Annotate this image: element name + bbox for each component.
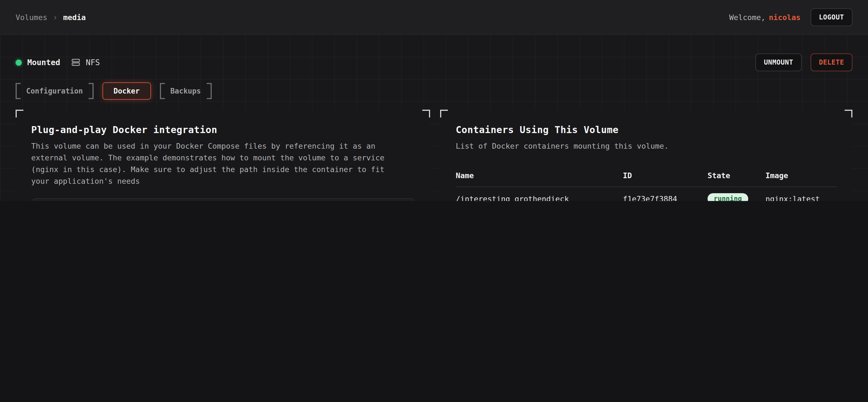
docker-integration-panel: Plug-and-play Docker integration This vo… xyxy=(16,110,430,201)
compose-code-header: docker-compose.yml Copy xyxy=(32,199,414,201)
status-row: Mounted NFS UNMOUNT DELETE xyxy=(16,54,852,71)
panel-corner-icon xyxy=(16,110,23,118)
column-header-image: Image xyxy=(766,165,837,187)
breadcrumb-volumes-link[interactable]: Volumes xyxy=(16,12,48,22)
breadcrumb-current: media xyxy=(63,12,86,22)
status-actions: UNMOUNT DELETE xyxy=(755,54,852,71)
containers-panel: Containers Using This Volume List of Doc… xyxy=(440,110,852,201)
tab-configuration[interactable]: Configuration xyxy=(16,83,94,99)
logout-button[interactable]: LOGOUT xyxy=(811,8,852,26)
table-header-row: Name ID State Image xyxy=(456,165,837,187)
panels: Plug-and-play Docker integration This vo… xyxy=(16,110,852,201)
mounted-label: Mounted xyxy=(27,58,60,67)
server-stack-icon xyxy=(71,58,80,67)
welcome-text: Welcome,nicolas xyxy=(729,12,801,22)
state-badge: running xyxy=(708,193,748,201)
docker-panel-description: This volume can be used in your Docker C… xyxy=(31,140,402,187)
welcome-prefix: Welcome, xyxy=(729,12,766,22)
mounted-status-dot-icon xyxy=(16,59,22,65)
containers-panel-title: Containers Using This Volume xyxy=(456,124,837,135)
container-image: nginx:latest xyxy=(766,187,837,201)
topbar-right: Welcome,nicolas LOGOUT xyxy=(729,8,852,26)
main-content: Mounted NFS UNMOUNT DELETE Configuration xyxy=(0,35,868,201)
tab-bar: Configuration Docker Backups xyxy=(16,82,852,100)
docker-panel-title: Plug-and-play Docker integration xyxy=(31,124,414,135)
delete-button[interactable]: DELETE xyxy=(811,54,852,71)
column-header-state: State xyxy=(708,165,766,187)
table-row: /interesting_grothendieck f1e73e7f3884 r… xyxy=(456,187,837,201)
column-header-name: Name xyxy=(456,165,623,187)
column-header-id: ID xyxy=(623,165,708,187)
compose-code-block: docker-compose.yml Copy services: nginx:… xyxy=(31,198,414,201)
top-bar: Volumes › media Welcome,nicolas LOGOUT xyxy=(0,0,868,35)
containers-table-wrap: Name ID State Image /interesting_grothen… xyxy=(456,165,837,201)
breadcrumb: Volumes › media xyxy=(16,12,86,22)
nfs-label: NFS xyxy=(86,58,100,67)
container-id: f1e73e7f3884 xyxy=(623,187,708,201)
panel-corner-icon xyxy=(845,110,852,118)
page: Volumes › media Welcome,nicolas LOGOUT M… xyxy=(0,0,868,201)
containers-table: Name ID State Image /interesting_grothen… xyxy=(456,165,837,201)
tab-backups[interactable]: Backups xyxy=(160,83,211,99)
volume-status: Mounted NFS xyxy=(16,58,100,67)
tab-docker[interactable]: Docker xyxy=(102,82,151,100)
username: nicolas xyxy=(769,12,801,22)
chevron-right-icon: › xyxy=(53,12,58,22)
container-state: running xyxy=(708,187,766,201)
panel-corner-icon xyxy=(422,110,430,118)
containers-panel-subtitle: List of Docker containers mounting this … xyxy=(456,140,826,152)
container-name: /interesting_grothendieck xyxy=(456,187,623,201)
unmount-button[interactable]: UNMOUNT xyxy=(755,54,801,71)
panel-corner-icon xyxy=(440,110,448,118)
